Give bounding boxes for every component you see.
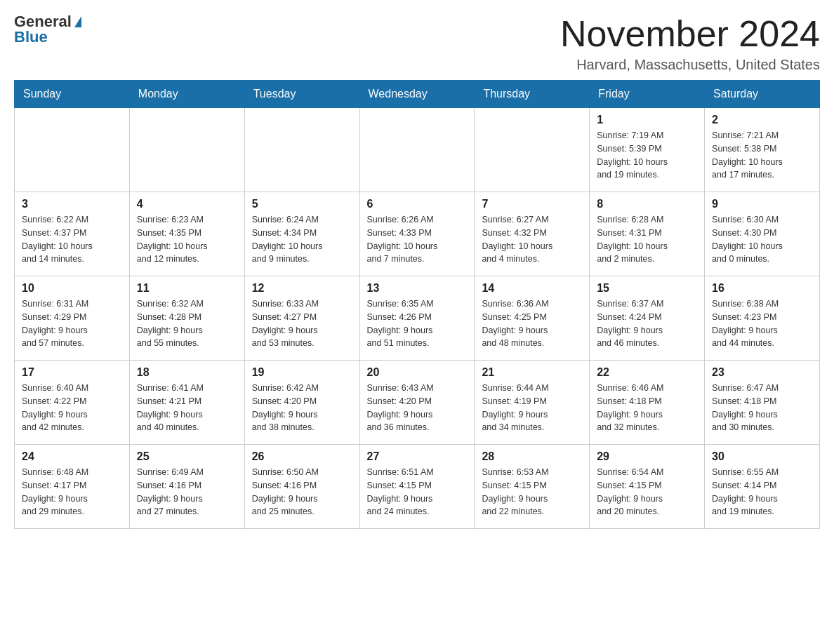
day-info: Sunrise: 6:33 AM Sunset: 4:27 PM Dayligh…: [252, 297, 352, 350]
day-info: Sunrise: 6:32 AM Sunset: 4:28 PM Dayligh…: [137, 297, 237, 350]
day-cell: 11Sunrise: 6:32 AM Sunset: 4:28 PM Dayli…: [129, 276, 244, 361]
day-number: 12: [252, 282, 352, 295]
day-number: 14: [482, 282, 582, 295]
week-row-3: 10Sunrise: 6:31 AM Sunset: 4:29 PM Dayli…: [15, 276, 820, 361]
day-info: Sunrise: 6:51 AM Sunset: 4:15 PM Dayligh…: [367, 466, 468, 518]
day-number: 8: [597, 198, 697, 210]
day-cell: 15Sunrise: 6:37 AM Sunset: 4:24 PM Dayli…: [590, 276, 705, 361]
day-cell: 7Sunrise: 6:27 AM Sunset: 4:32 PM Daylig…: [475, 192, 590, 276]
day-cell: 17Sunrise: 6:40 AM Sunset: 4:22 PM Dayli…: [15, 361, 130, 445]
day-info: Sunrise: 6:28 AM Sunset: 4:31 PM Dayligh…: [597, 213, 697, 266]
day-number: 15: [597, 282, 697, 295]
day-number: 17: [22, 366, 122, 379]
day-number: 26: [252, 450, 352, 463]
day-info: Sunrise: 6:23 AM Sunset: 4:35 PM Dayligh…: [137, 213, 237, 266]
calendar-title: November 2024: [560, 14, 820, 54]
day-cell: 2Sunrise: 7:21 AM Sunset: 5:38 PM Daylig…: [705, 108, 820, 192]
column-header-wednesday: Wednesday: [359, 81, 475, 108]
day-info: Sunrise: 6:38 AM Sunset: 4:23 PM Dayligh…: [712, 297, 812, 350]
day-cell: 16Sunrise: 6:38 AM Sunset: 4:23 PM Dayli…: [705, 276, 820, 361]
week-row-5: 24Sunrise: 6:48 AM Sunset: 4:17 PM Dayli…: [15, 445, 820, 529]
day-info: Sunrise: 7:19 AM Sunset: 5:39 PM Dayligh…: [597, 129, 697, 182]
day-info: Sunrise: 6:35 AM Sunset: 4:26 PM Dayligh…: [367, 297, 468, 350]
day-cell: 19Sunrise: 6:42 AM Sunset: 4:20 PM Dayli…: [244, 361, 359, 445]
day-number: 25: [137, 450, 237, 463]
day-number: 30: [712, 450, 812, 463]
day-cell: 20Sunrise: 6:43 AM Sunset: 4:20 PM Dayli…: [359, 361, 475, 445]
day-info: Sunrise: 6:54 AM Sunset: 4:15 PM Dayligh…: [597, 466, 697, 518]
day-number: 9: [712, 198, 812, 210]
logo: General Blue: [14, 14, 81, 45]
day-info: Sunrise: 6:44 AM Sunset: 4:19 PM Dayligh…: [482, 382, 582, 434]
column-header-friday: Friday: [590, 81, 705, 108]
day-cell: 22Sunrise: 6:46 AM Sunset: 4:18 PM Dayli…: [590, 361, 705, 445]
day-cell: 23Sunrise: 6:47 AM Sunset: 4:18 PM Dayli…: [705, 361, 820, 445]
day-info: Sunrise: 6:42 AM Sunset: 4:20 PM Dayligh…: [252, 382, 352, 434]
day-cell: 28Sunrise: 6:53 AM Sunset: 4:15 PM Dayli…: [475, 445, 590, 529]
day-cell: 24Sunrise: 6:48 AM Sunset: 4:17 PM Dayli…: [15, 445, 130, 529]
day-number: 18: [137, 366, 237, 379]
day-number: 27: [367, 450, 468, 463]
day-cell: 29Sunrise: 6:54 AM Sunset: 4:15 PM Dayli…: [590, 445, 705, 529]
day-number: 21: [482, 366, 582, 379]
day-cell: 25Sunrise: 6:49 AM Sunset: 4:16 PM Dayli…: [129, 445, 244, 529]
day-info: Sunrise: 6:24 AM Sunset: 4:34 PM Dayligh…: [252, 213, 352, 266]
day-cell: [244, 108, 359, 192]
day-info: Sunrise: 6:37 AM Sunset: 4:24 PM Dayligh…: [597, 297, 697, 350]
calendar-table: SundayMondayTuesdayWednesdayThursdayFrid…: [14, 80, 820, 529]
day-cell: 27Sunrise: 6:51 AM Sunset: 4:15 PM Dayli…: [359, 445, 475, 529]
day-cell: 21Sunrise: 6:44 AM Sunset: 4:19 PM Dayli…: [475, 361, 590, 445]
column-header-sunday: Sunday: [15, 81, 130, 108]
day-number: 7: [482, 198, 582, 210]
column-header-thursday: Thursday: [475, 81, 590, 108]
day-number: 19: [252, 366, 352, 379]
week-row-1: 1Sunrise: 7:19 AM Sunset: 5:39 PM Daylig…: [15, 108, 820, 192]
day-cell: [359, 108, 475, 192]
day-info: Sunrise: 6:22 AM Sunset: 4:37 PM Dayligh…: [22, 213, 122, 266]
day-cell: 3Sunrise: 6:22 AM Sunset: 4:37 PM Daylig…: [15, 192, 130, 276]
day-info: Sunrise: 6:53 AM Sunset: 4:15 PM Dayligh…: [482, 466, 582, 518]
day-info: Sunrise: 6:46 AM Sunset: 4:18 PM Dayligh…: [597, 382, 697, 434]
day-cell: 9Sunrise: 6:30 AM Sunset: 4:30 PM Daylig…: [705, 192, 820, 276]
day-cell: 1Sunrise: 7:19 AM Sunset: 5:39 PM Daylig…: [590, 108, 705, 192]
day-cell: 13Sunrise: 6:35 AM Sunset: 4:26 PM Dayli…: [359, 276, 475, 361]
week-row-2: 3Sunrise: 6:22 AM Sunset: 4:37 PM Daylig…: [15, 192, 820, 276]
day-cell: 30Sunrise: 6:55 AM Sunset: 4:14 PM Dayli…: [705, 445, 820, 529]
title-section: November 2024 Harvard, Massachusetts, Un…: [560, 14, 820, 73]
column-header-monday: Monday: [129, 81, 244, 108]
day-info: Sunrise: 6:30 AM Sunset: 4:30 PM Dayligh…: [712, 213, 812, 266]
day-number: 6: [367, 198, 468, 210]
day-number: 24: [22, 450, 122, 463]
day-number: 13: [367, 282, 468, 295]
day-cell: [129, 108, 244, 192]
day-number: 1: [597, 114, 697, 126]
day-cell: [15, 108, 130, 192]
day-cell: 18Sunrise: 6:41 AM Sunset: 4:21 PM Dayli…: [129, 361, 244, 445]
header-row: SundayMondayTuesdayWednesdayThursdayFrid…: [15, 81, 820, 108]
day-info: Sunrise: 6:43 AM Sunset: 4:20 PM Dayligh…: [367, 382, 468, 434]
day-number: 20: [367, 366, 468, 379]
logo-general: General: [14, 14, 72, 29]
calendar-subtitle: Harvard, Massachusetts, United States: [560, 57, 820, 73]
day-info: Sunrise: 7:21 AM Sunset: 5:38 PM Dayligh…: [712, 129, 812, 182]
day-number: 3: [22, 198, 122, 210]
day-cell: 6Sunrise: 6:26 AM Sunset: 4:33 PM Daylig…: [359, 192, 475, 276]
logo-blue: Blue: [14, 29, 48, 45]
day-number: 11: [137, 282, 237, 295]
day-info: Sunrise: 6:55 AM Sunset: 4:14 PM Dayligh…: [712, 466, 812, 518]
day-cell: [475, 108, 590, 192]
day-cell: 14Sunrise: 6:36 AM Sunset: 4:25 PM Dayli…: [475, 276, 590, 361]
logo-triangle-icon: [74, 16, 81, 27]
day-info: Sunrise: 6:50 AM Sunset: 4:16 PM Dayligh…: [252, 466, 352, 518]
day-number: 10: [22, 282, 122, 295]
day-info: Sunrise: 6:47 AM Sunset: 4:18 PM Dayligh…: [712, 382, 812, 434]
day-number: 5: [252, 198, 352, 210]
day-number: 28: [482, 450, 582, 463]
day-info: Sunrise: 6:27 AM Sunset: 4:32 PM Dayligh…: [482, 213, 582, 266]
day-info: Sunrise: 6:49 AM Sunset: 4:16 PM Dayligh…: [137, 466, 237, 518]
day-number: 2: [712, 114, 812, 126]
day-info: Sunrise: 6:36 AM Sunset: 4:25 PM Dayligh…: [482, 297, 582, 350]
day-cell: 5Sunrise: 6:24 AM Sunset: 4:34 PM Daylig…: [244, 192, 359, 276]
day-number: 29: [597, 450, 697, 463]
day-info: Sunrise: 6:41 AM Sunset: 4:21 PM Dayligh…: [137, 382, 237, 434]
